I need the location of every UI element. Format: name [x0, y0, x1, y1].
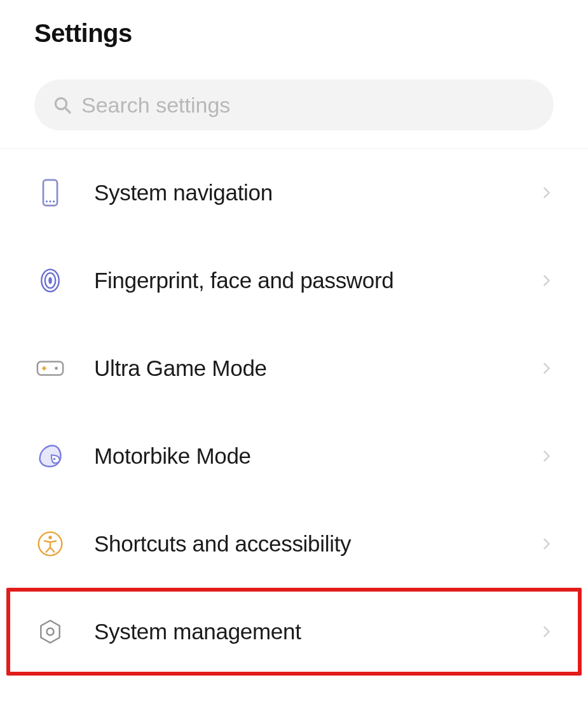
svg-point-5 — [53, 200, 55, 202]
svg-point-3 — [46, 200, 48, 202]
chevron-right-icon — [540, 625, 554, 639]
helmet-icon — [34, 440, 66, 472]
page-title: Settings — [0, 0, 588, 48]
settings-row-label: System navigation — [94, 180, 540, 205]
search-box[interactable] — [34, 80, 554, 130]
svg-point-8 — [48, 277, 52, 284]
svg-point-17 — [47, 628, 54, 635]
svg-rect-9 — [38, 361, 63, 375]
settings-row-label: System management — [94, 619, 540, 644]
chevron-right-icon — [540, 274, 554, 288]
phone-navigation-icon — [34, 177, 66, 209]
settings-row-system-navigation[interactable]: System navigation — [34, 149, 554, 237]
settings-row-label: Fingerprint, face and password — [94, 268, 540, 293]
settings-row-ultra-game-mode[interactable]: Ultra Game Mode — [34, 324, 554, 412]
accessibility-icon — [34, 528, 66, 560]
settings-row-label: Motorbike Mode — [94, 443, 540, 469]
settings-row-label: Ultra Game Mode — [94, 356, 540, 381]
settings-row-system-management[interactable]: System management — [6, 588, 582, 676]
svg-point-12 — [55, 367, 58, 370]
chevron-right-icon — [540, 537, 554, 551]
settings-row-fingerprint[interactable]: Fingerprint, face and password — [34, 237, 554, 324]
svg-point-15 — [48, 536, 52, 539]
svg-marker-16 — [41, 621, 59, 643]
fingerprint-icon — [34, 265, 66, 296]
svg-point-4 — [50, 200, 51, 202]
svg-line-1 — [65, 108, 70, 113]
gamepad-icon — [34, 352, 66, 384]
settings-row-shortcuts-accessibility[interactable]: Shortcuts and accessibility — [34, 500, 554, 588]
search-icon — [52, 95, 72, 115]
search-input[interactable] — [81, 93, 536, 118]
search-section — [34, 80, 554, 130]
settings-row-label: Shortcuts and accessibility — [94, 531, 540, 557]
settings-list: System navigation Fingerprint, face and … — [0, 149, 588, 676]
gear-hex-icon — [34, 616, 66, 648]
chevron-right-icon — [540, 186, 554, 200]
chevron-right-icon — [540, 449, 554, 463]
chevron-right-icon — [540, 361, 554, 375]
settings-row-motorbike-mode[interactable]: Motorbike Mode — [34, 412, 554, 500]
svg-point-13 — [53, 458, 56, 461]
